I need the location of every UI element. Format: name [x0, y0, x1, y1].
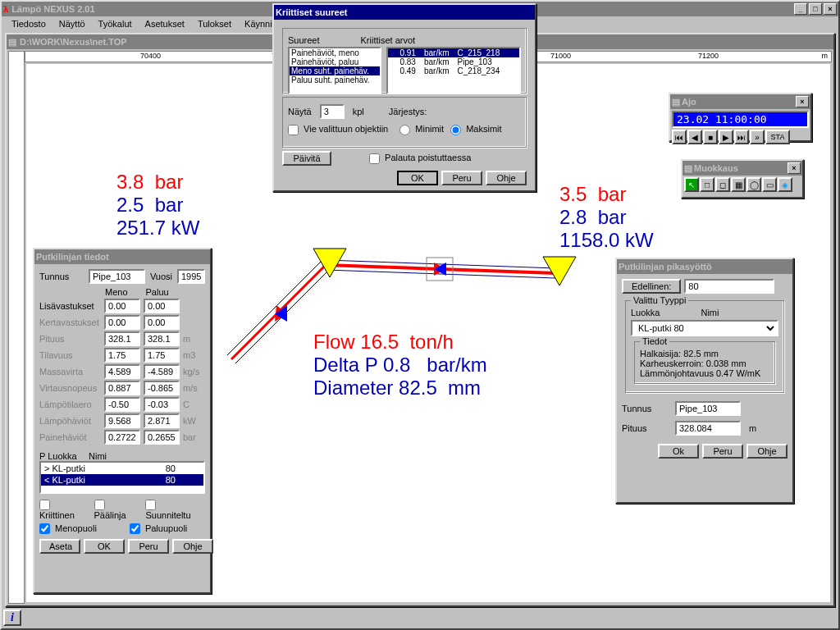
list-item[interactable]: Meno suht. painehäv.	[290, 66, 380, 75]
meno-field[interactable]: 9.568	[104, 413, 140, 428]
suureet-label: Suureet	[288, 35, 320, 45]
col-paluu: Paluu	[146, 287, 169, 297]
list-item[interactable]: 0.91bar/kmC_215_218	[388, 48, 519, 57]
list-item[interactable]: 0.49bar/kmC_218_234	[388, 66, 519, 75]
close-button[interactable]: ×	[824, 3, 837, 15]
meno-field[interactable]: -0.50	[104, 397, 140, 412]
meno-field[interactable]: 0.2722	[104, 430, 140, 445]
fwd-button[interactable]: ⏭	[734, 130, 749, 144]
ok-button[interactable]: OK	[84, 539, 125, 554]
tunnus-field[interactable]: Pipe_103	[89, 269, 145, 284]
paluu-field[interactable]: 0.00	[144, 299, 180, 313]
vuosi-label: Vuosi	[150, 272, 172, 281]
pressure-supply: 3.8	[116, 171, 144, 193]
arvot-list[interactable]: 0.91bar/kmC_215_2180.83bar/kmPipe_1030.4…	[386, 47, 521, 94]
close-button[interactable]: ×	[796, 96, 809, 107]
class-hdr-n: Nimi	[89, 451, 107, 461]
paivita-button[interactable]: Päivitä	[282, 151, 331, 166]
prev-button[interactable]: ◀	[687, 130, 702, 144]
tiedot-line: Halkaisija: 82.5 mm	[640, 349, 769, 358]
paluu-field[interactable]: 2.871	[144, 413, 180, 428]
nayta-field[interactable]: 3	[320, 104, 345, 119]
cb-paal[interactable]: Päälinja	[94, 499, 141, 520]
pipe-dialog-title: Putkilinjan tiedot	[34, 249, 210, 264]
meno-field[interactable]: 0.887	[104, 381, 140, 395]
ohje-button[interactable]: Ohje	[746, 444, 788, 459]
close-button[interactable]: ×	[788, 162, 801, 174]
ohje-button[interactable]: Ohje	[172, 539, 213, 554]
ohje-button[interactable]: Ohje	[486, 171, 527, 185]
cb-kriit[interactable]: Kriittinen	[39, 499, 89, 520]
ok-button[interactable]: OK	[397, 171, 438, 185]
row-label: Lisävastukset	[39, 301, 101, 311]
menu-item[interactable]: Työkalut	[94, 18, 137, 30]
muokkaus-title: ▤Muokkaus ×	[682, 161, 802, 176]
meno-field[interactable]: 1.75	[104, 348, 140, 363]
tool-2-icon[interactable]: ◻	[715, 177, 730, 192]
peru-button[interactable]: Peru	[128, 539, 169, 554]
paluu-field[interactable]: 1.75	[144, 348, 180, 363]
row-label: Pituus	[39, 334, 101, 344]
suureet-list[interactable]: Painehäviöt, menoPainehäviöt, paluuMeno …	[288, 47, 381, 94]
edellinen-field[interactable]: 80	[684, 279, 774, 294]
rb-min[interactable]: Minimit	[399, 124, 444, 135]
minimize-button[interactable]: _	[794, 3, 807, 15]
type-select[interactable]: KL-putki 80	[631, 320, 778, 336]
tool-4-icon[interactable]: ◯	[746, 177, 761, 192]
list-item[interactable]: Paluu suht. painehäv.	[290, 75, 380, 84]
list-item[interactable]: Painehäviöt, meno	[290, 48, 380, 57]
tunnus-label: Tunnus	[39, 272, 84, 281]
paluu-field[interactable]: 0.00	[144, 315, 180, 330]
cb-vie[interactable]: Vie valittuun objektiin	[288, 124, 388, 135]
tunnus-field[interactable]: Pipe_103	[675, 401, 741, 416]
paluu-field[interactable]: 328.1	[144, 331, 180, 346]
info-icon[interactable]: i	[3, 609, 21, 626]
cb-meno[interactable]: Menopuoli	[39, 523, 97, 535]
paluu-field[interactable]: -4.589	[144, 364, 180, 379]
tool-5-icon[interactable]: ▭	[762, 177, 777, 192]
aseta-button[interactable]: Aseta	[39, 539, 80, 554]
meno-field[interactable]: 4.589	[104, 364, 140, 379]
vuosi-field[interactable]: 1995	[177, 269, 205, 284]
tool-3-icon[interactable]: ▦	[731, 177, 746, 192]
tool-1-icon[interactable]: □	[700, 177, 714, 192]
play-button[interactable]: ▶	[719, 130, 733, 144]
tool-6-icon[interactable]: ◈	[778, 177, 792, 192]
list-item[interactable]: 0.83bar/kmPipe_103	[388, 57, 519, 66]
class-hdr-p: P Luokka	[39, 451, 89, 461]
arvot-label: Kriittiset arvot	[361, 35, 416, 45]
pituus-field[interactable]: 328.084	[675, 421, 741, 436]
paluu-field[interactable]: 0.2655	[144, 430, 180, 445]
end-button[interactable]: »	[750, 130, 765, 144]
list-item[interactable]: < KL-putki80	[41, 474, 203, 486]
peru-button[interactable]: Peru	[702, 444, 743, 459]
ruler-x-unit: m	[822, 52, 829, 60]
class-list[interactable]: > KL-putki80< KL-putki80	[39, 461, 205, 494]
maximize-button[interactable]: □	[809, 3, 822, 15]
cb-paluu[interactable]: Paluupuoli	[130, 523, 187, 535]
cb-palauta[interactable]: Palauta poistuttaessa	[369, 153, 471, 164]
stop-button[interactable]: ■	[703, 130, 718, 144]
meno-field[interactable]: 0.00	[104, 299, 140, 313]
menu-item[interactable]: Näyttö	[54, 18, 90, 30]
list-item[interactable]: > KL-putki80	[41, 463, 203, 474]
meno-field[interactable]: 328.1	[104, 331, 140, 346]
rewind-button[interactable]: ⏮	[672, 130, 687, 144]
list-item[interactable]: Painehäviöt, paluu	[290, 57, 380, 66]
sta-button[interactable]: STA	[765, 130, 790, 144]
cb-suun[interactable]: Suunniteltu	[145, 499, 205, 520]
menu-item[interactable]: Tiedosto	[7, 18, 51, 30]
nimi-label: Nimi	[701, 308, 719, 317]
arrow-tool-icon[interactable]: ↖	[684, 177, 699, 192]
paluu-field[interactable]: -0.03	[144, 397, 180, 412]
paluu-field[interactable]: -0.865	[144, 381, 180, 395]
ok-button[interactable]: Ok	[658, 444, 699, 459]
jarj-label: Järjestys:	[389, 107, 427, 116]
menu-item[interactable]: Tulokset	[193, 18, 236, 30]
peru-button[interactable]: Peru	[441, 171, 482, 185]
edellinen-button[interactable]: Edellinen:	[622, 279, 681, 294]
meno-field[interactable]: 0.00	[104, 315, 140, 330]
menu-item[interactable]: Asetukset	[140, 18, 189, 30]
rb-max[interactable]: Maksimit	[450, 124, 501, 135]
tiedot-line: Karheuskerroin: 0.038 mm	[640, 358, 769, 368]
